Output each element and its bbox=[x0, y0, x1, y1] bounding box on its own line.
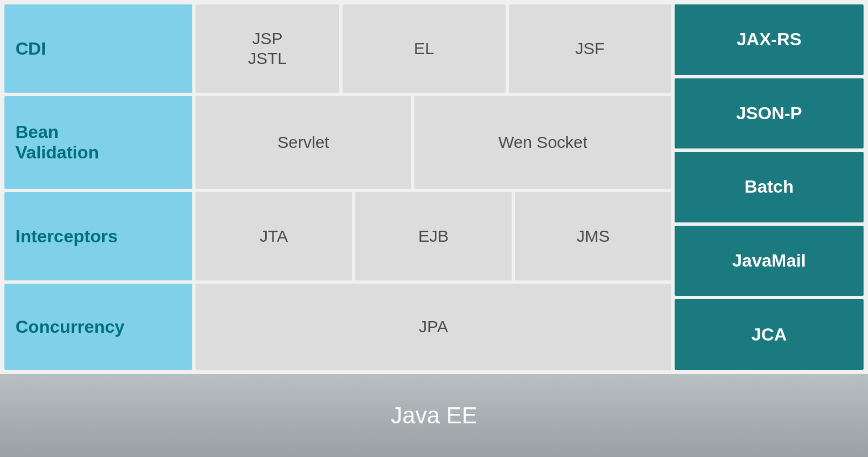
main-grid: CDI Bean Validation Interceptors Concurr… bbox=[0, 0, 868, 374]
bean-validation-label: Bean Validation bbox=[15, 122, 99, 163]
jca-label: JCA bbox=[751, 325, 787, 345]
interceptors-label: Interceptors bbox=[15, 226, 118, 247]
web-socket-cell: Wen Socket bbox=[414, 96, 671, 189]
concurrency-cell: Concurrency bbox=[4, 284, 192, 370]
row4: JPA bbox=[196, 284, 671, 370]
jsp-jstl-label: JSP JSTL bbox=[248, 29, 287, 68]
jsf-label: JSF bbox=[575, 39, 604, 59]
cdi-cell: CDI bbox=[4, 4, 192, 93]
web-socket-label: Wen Socket bbox=[498, 132, 587, 152]
batch-label: Batch bbox=[745, 177, 794, 197]
jta-cell: JTA bbox=[196, 192, 352, 280]
jaxrs-label: JAX-RS bbox=[737, 29, 801, 50]
bean-validation-cell: Bean Validation bbox=[4, 96, 192, 189]
row2: Servlet Wen Socket bbox=[196, 96, 671, 189]
cdi-label: CDI bbox=[15, 39, 46, 59]
batch-cell: Batch bbox=[675, 152, 864, 222]
jta-label: JTA bbox=[260, 226, 288, 246]
servlet-cell: Servlet bbox=[196, 96, 411, 189]
jpa-label: JPA bbox=[419, 317, 448, 337]
row1: JSP JSTL EL JSF bbox=[196, 4, 671, 93]
footer: Java EE bbox=[0, 374, 868, 457]
jsonp-label: JSON-P bbox=[736, 103, 802, 124]
left-column: CDI Bean Validation Interceptors Concurr… bbox=[4, 4, 192, 370]
servlet-label: Servlet bbox=[277, 132, 329, 152]
jsf-cell: JSF bbox=[509, 4, 672, 93]
javamail-cell: JavaMail bbox=[675, 226, 864, 296]
jsp-jstl-cell: JSP JSTL bbox=[196, 4, 339, 93]
middle-area: JSP JSTL EL JSF Servlet Wen Socket JTA bbox=[196, 4, 671, 370]
javamail-label: JavaMail bbox=[732, 251, 806, 271]
jms-cell: JMS bbox=[515, 192, 671, 280]
jsonp-cell: JSON-P bbox=[675, 78, 864, 149]
el-cell: EL bbox=[343, 4, 506, 93]
el-label: EL bbox=[414, 39, 434, 59]
ejb-label: EJB bbox=[418, 226, 449, 246]
right-column: JAX-RS JSON-P Batch JavaMail JCA bbox=[675, 4, 864, 370]
footer-label: Java EE bbox=[391, 402, 477, 429]
ejb-cell: EJB bbox=[355, 192, 512, 280]
jms-label: JMS bbox=[577, 226, 610, 246]
jca-cell: JCA bbox=[675, 299, 864, 370]
concurrency-label: Concurrency bbox=[15, 317, 124, 337]
interceptors-cell: Interceptors bbox=[4, 192, 192, 280]
jaxrs-cell: JAX-RS bbox=[675, 4, 864, 75]
jpa-cell: JPA bbox=[196, 284, 671, 370]
row3: JTA EJB JMS bbox=[196, 192, 671, 280]
